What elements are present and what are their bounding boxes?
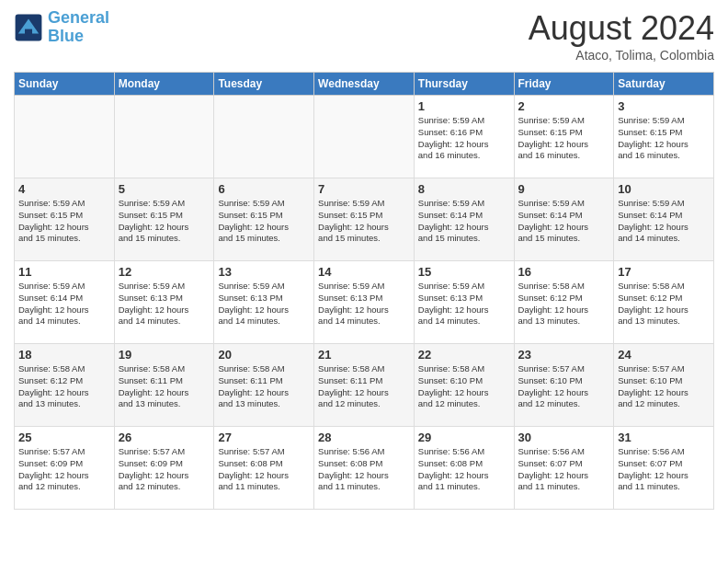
weekday-header: Monday (114, 73, 214, 96)
calendar-week-row: 4Sunrise: 5:59 AM Sunset: 6:15 PM Daylig… (15, 178, 714, 261)
day-number: 31 (618, 431, 710, 444)
calendar-table: SundayMondayTuesdayWednesdayThursdayFrid… (14, 72, 714, 510)
day-content: Sunrise: 5:59 AM Sunset: 6:14 PM Dayligh… (618, 198, 710, 245)
calendar-cell: 24Sunrise: 5:57 AM Sunset: 6:10 PM Dayli… (614, 344, 714, 427)
calendar-cell: 7Sunrise: 5:59 AM Sunset: 6:15 PM Daylig… (314, 178, 415, 261)
day-number: 25 (18, 431, 110, 444)
day-number: 12 (119, 265, 210, 279)
day-number: 20 (218, 348, 310, 362)
calendar-cell: 19Sunrise: 5:58 AM Sunset: 6:11 PM Dayli… (114, 344, 214, 427)
calendar-cell: 15Sunrise: 5:59 AM Sunset: 6:13 PM Dayli… (414, 261, 514, 344)
day-content: Sunrise: 5:59 AM Sunset: 6:15 PM Dayligh… (318, 198, 410, 245)
day-content: Sunrise: 5:59 AM Sunset: 6:16 PM Dayligh… (418, 115, 510, 162)
day-content: Sunrise: 5:59 AM Sunset: 6:15 PM Dayligh… (218, 198, 310, 245)
weekday-header: Friday (514, 73, 614, 96)
day-number: 3 (618, 99, 710, 113)
calendar-cell (214, 96, 314, 178)
calendar-cell: 31Sunrise: 5:56 AM Sunset: 6:07 PM Dayli… (614, 427, 714, 510)
calendar-cell: 30Sunrise: 5:56 AM Sunset: 6:07 PM Dayli… (514, 427, 614, 510)
calendar-cell: 21Sunrise: 5:58 AM Sunset: 6:11 PM Dayli… (314, 344, 415, 427)
month-title: August 2024 (529, 9, 714, 48)
day-number: 24 (618, 348, 710, 362)
day-number: 2 (518, 99, 610, 113)
weekday-header: Wednesday (314, 73, 415, 96)
calendar-week-row: 18Sunrise: 5:58 AM Sunset: 6:12 PM Dayli… (15, 344, 714, 427)
day-number: 19 (119, 348, 210, 362)
calendar-cell: 25Sunrise: 5:57 AM Sunset: 6:09 PM Dayli… (15, 427, 115, 510)
day-content: Sunrise: 5:59 AM Sunset: 6:13 PM Dayligh… (218, 281, 310, 327)
day-number: 6 (218, 182, 310, 196)
day-content: Sunrise: 5:58 AM Sunset: 6:12 PM Dayligh… (518, 281, 610, 327)
day-content: Sunrise: 5:57 AM Sunset: 6:09 PM Dayligh… (18, 446, 110, 493)
calendar-cell: 23Sunrise: 5:57 AM Sunset: 6:10 PM Dayli… (514, 344, 614, 427)
logo-text: General Blue (48, 9, 109, 46)
calendar-cell: 10Sunrise: 5:59 AM Sunset: 6:14 PM Dayli… (614, 178, 714, 261)
day-content: Sunrise: 5:59 AM Sunset: 6:15 PM Dayligh… (18, 198, 110, 245)
calendar-cell: 11Sunrise: 5:59 AM Sunset: 6:14 PM Dayli… (15, 261, 115, 344)
calendar-cell: 5Sunrise: 5:59 AM Sunset: 6:15 PM Daylig… (114, 178, 214, 261)
day-number: 28 (318, 431, 410, 444)
day-number: 7 (318, 182, 410, 196)
weekday-header: Thursday (414, 73, 514, 96)
day-number: 11 (18, 265, 110, 279)
page-header: General Blue August 2024 Ataco, Tolima, … (14, 9, 714, 63)
calendar-cell: 17Sunrise: 5:58 AM Sunset: 6:12 PM Dayli… (614, 261, 714, 344)
calendar-week-row: 11Sunrise: 5:59 AM Sunset: 6:14 PM Dayli… (15, 261, 714, 344)
day-content: Sunrise: 5:59 AM Sunset: 6:13 PM Dayligh… (318, 281, 410, 327)
day-number: 8 (418, 182, 510, 196)
location: Ataco, Tolima, Colombia (529, 48, 714, 63)
day-number: 17 (618, 265, 710, 279)
day-content: Sunrise: 5:57 AM Sunset: 6:08 PM Dayligh… (218, 446, 310, 493)
day-number: 15 (418, 265, 510, 279)
day-number: 18 (18, 348, 110, 362)
day-content: Sunrise: 5:59 AM Sunset: 6:14 PM Dayligh… (518, 198, 610, 245)
day-content: Sunrise: 5:56 AM Sunset: 6:08 PM Dayligh… (318, 446, 410, 493)
day-content: Sunrise: 5:59 AM Sunset: 6:15 PM Dayligh… (119, 198, 210, 245)
calendar-cell: 29Sunrise: 5:56 AM Sunset: 6:08 PM Dayli… (414, 427, 514, 510)
weekday-header: Tuesday (214, 73, 314, 96)
day-number: 10 (618, 182, 710, 196)
day-number: 4 (18, 182, 110, 196)
day-content: Sunrise: 5:59 AM Sunset: 6:14 PM Dayligh… (18, 281, 110, 327)
logo-icon (14, 13, 43, 42)
day-content: Sunrise: 5:58 AM Sunset: 6:11 PM Dayligh… (318, 363, 410, 410)
calendar-cell: 9Sunrise: 5:59 AM Sunset: 6:14 PM Daylig… (514, 178, 614, 261)
calendar-cell: 20Sunrise: 5:58 AM Sunset: 6:11 PM Dayli… (214, 344, 314, 427)
calendar-cell: 4Sunrise: 5:59 AM Sunset: 6:15 PM Daylig… (15, 178, 115, 261)
day-content: Sunrise: 5:58 AM Sunset: 6:12 PM Dayligh… (618, 281, 710, 327)
day-content: Sunrise: 5:57 AM Sunset: 6:09 PM Dayligh… (119, 446, 210, 493)
day-content: Sunrise: 5:59 AM Sunset: 6:14 PM Dayligh… (418, 198, 510, 245)
day-number: 23 (518, 348, 610, 362)
calendar-cell: 12Sunrise: 5:59 AM Sunset: 6:13 PM Dayli… (114, 261, 214, 344)
day-content: Sunrise: 5:56 AM Sunset: 6:07 PM Dayligh… (518, 446, 610, 493)
day-number: 14 (318, 265, 410, 279)
calendar-cell: 27Sunrise: 5:57 AM Sunset: 6:08 PM Dayli… (214, 427, 314, 510)
weekday-header: Saturday (614, 73, 714, 96)
day-number: 22 (418, 348, 510, 362)
day-number: 9 (518, 182, 610, 196)
day-number: 13 (218, 265, 310, 279)
day-content: Sunrise: 5:59 AM Sunset: 6:13 PM Dayligh… (418, 281, 510, 327)
day-content: Sunrise: 5:59 AM Sunset: 6:15 PM Dayligh… (618, 115, 710, 162)
day-content: Sunrise: 5:58 AM Sunset: 6:12 PM Dayligh… (18, 363, 110, 410)
day-number: 16 (518, 265, 610, 279)
calendar-cell: 8Sunrise: 5:59 AM Sunset: 6:14 PM Daylig… (414, 178, 514, 261)
calendar-cell: 26Sunrise: 5:57 AM Sunset: 6:09 PM Dayli… (114, 427, 214, 510)
day-number: 27 (218, 431, 310, 444)
day-number: 26 (119, 431, 210, 444)
calendar-cell: 1Sunrise: 5:59 AM Sunset: 6:16 PM Daylig… (414, 96, 514, 178)
calendar-week-row: 25Sunrise: 5:57 AM Sunset: 6:09 PM Dayli… (15, 427, 714, 510)
title-block: August 2024 Ataco, Tolima, Colombia (529, 9, 714, 63)
calendar-cell: 28Sunrise: 5:56 AM Sunset: 6:08 PM Dayli… (314, 427, 415, 510)
calendar-cell: 6Sunrise: 5:59 AM Sunset: 6:15 PM Daylig… (214, 178, 314, 261)
day-content: Sunrise: 5:58 AM Sunset: 6:10 PM Dayligh… (418, 363, 510, 410)
calendar-week-row: 1Sunrise: 5:59 AM Sunset: 6:16 PM Daylig… (15, 96, 714, 178)
svg-rect-2 (25, 29, 32, 34)
day-number: 29 (418, 431, 510, 444)
calendar-cell (114, 96, 214, 178)
day-number: 21 (318, 348, 410, 362)
calendar-cell (15, 96, 115, 178)
day-number: 30 (518, 431, 610, 444)
day-content: Sunrise: 5:58 AM Sunset: 6:11 PM Dayligh… (218, 363, 310, 410)
day-content: Sunrise: 5:56 AM Sunset: 6:08 PM Dayligh… (418, 446, 510, 493)
